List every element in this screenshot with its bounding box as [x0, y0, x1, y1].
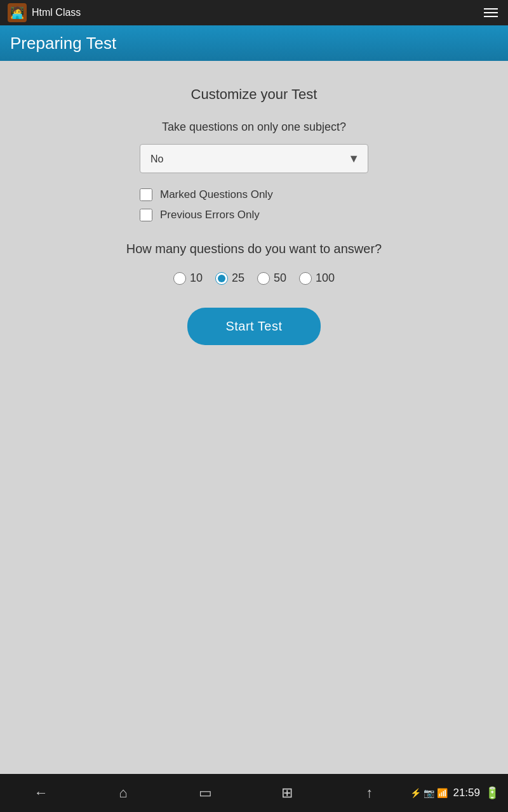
main-content: Customize your Test Take questions on on… — [0, 61, 508, 774]
bottom-navigation-bar: ← ⌂ ▭ ⊞ ↑ ⚡ 📷 📶 21:59 🔋 — [0, 774, 508, 812]
bottom-nav-buttons: ← ⌂ ▭ ⊞ ↑ — [0, 779, 410, 807]
app-icon: 🧑‍💻 — [8, 3, 27, 22]
page-header: Preparing Test — [0, 25, 508, 61]
app-title: Html Class — [32, 7, 81, 18]
radio-10[interactable] — [173, 272, 186, 285]
bottom-right-status: ⚡ 📷 📶 21:59 🔋 — [410, 786, 508, 800]
clock-time: 21:59 — [453, 787, 480, 799]
subject-dropdown-wrapper: No Yes ▼ — [140, 144, 368, 173]
radio-50-label: 50 — [274, 272, 286, 285]
radio-25-item[interactable]: 25 — [215, 272, 244, 285]
home-nav-icon[interactable]: ⌂ — [109, 779, 137, 807]
count-question-label: How many questions do you want to answer… — [126, 242, 382, 256]
questions-count-radio-group: 10 25 50 100 — [173, 272, 335, 285]
qr-nav-icon[interactable]: ⊞ — [273, 779, 301, 807]
previous-errors-checkbox-item[interactable]: Previous Errors Only — [140, 209, 260, 221]
radio-100[interactable] — [299, 272, 312, 285]
menu-icon[interactable] — [481, 6, 500, 20]
page-title: Preparing Test — [10, 34, 116, 53]
wifi-icon: 📶 — [437, 788, 448, 798]
radio-25[interactable] — [215, 272, 228, 285]
toolbar-right — [481, 6, 500, 20]
previous-errors-checkbox[interactable] — [140, 209, 152, 221]
subject-dropdown[interactable]: No Yes — [140, 144, 368, 173]
start-test-button[interactable]: Start Test — [187, 308, 320, 345]
section-title: Customize your Test — [191, 86, 318, 103]
signal-icons: ⚡ 📷 📶 — [410, 788, 448, 798]
battery-icon: 🔋 — [485, 786, 499, 800]
back-nav-icon[interactable]: ← — [27, 779, 55, 807]
up-nav-icon[interactable]: ↑ — [356, 779, 384, 807]
radio-50[interactable] — [257, 272, 270, 285]
marked-questions-label: Marked Questions Only — [160, 188, 273, 201]
recents-nav-icon[interactable]: ▭ — [191, 779, 219, 807]
previous-errors-label: Previous Errors Only — [160, 209, 260, 221]
app-info: 🧑‍💻 Html Class — [8, 3, 81, 22]
checkbox-group: Marked Questions Only Previous Errors On… — [140, 188, 368, 221]
top-toolbar: 🧑‍💻 Html Class — [0, 0, 508, 25]
app-icon-emoji: 🧑‍💻 — [10, 6, 24, 20]
radio-10-item[interactable]: 10 — [173, 272, 203, 285]
radio-100-item[interactable]: 100 — [299, 272, 335, 285]
marked-questions-checkbox[interactable] — [140, 188, 152, 201]
radio-100-label: 100 — [316, 272, 335, 285]
usb-icon: ⚡ — [410, 788, 421, 798]
radio-25-label: 25 — [232, 272, 244, 285]
photo-icon: 📷 — [424, 788, 434, 798]
subject-question-label: Take questions on only one subject? — [162, 121, 346, 134]
marked-questions-checkbox-item[interactable]: Marked Questions Only — [140, 188, 273, 201]
radio-50-item[interactable]: 50 — [257, 272, 286, 285]
radio-10-label: 10 — [190, 272, 203, 285]
